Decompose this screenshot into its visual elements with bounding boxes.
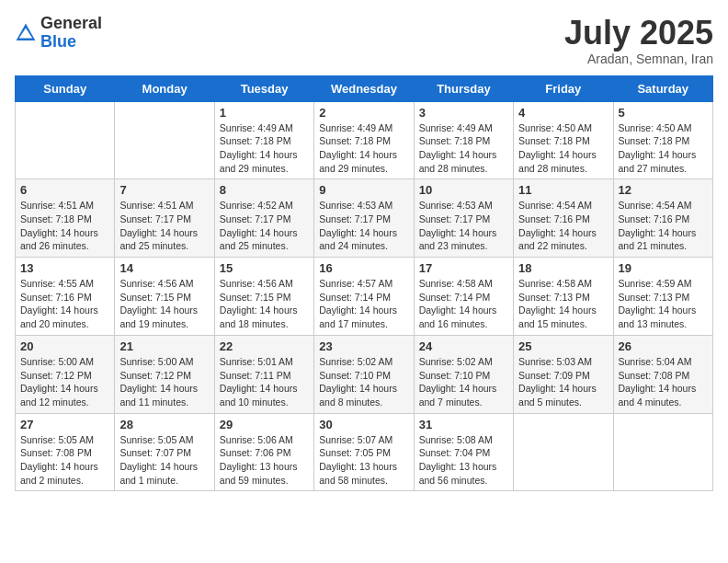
day-number: 22 <box>220 339 309 353</box>
col-wednesday: Wednesday <box>314 75 414 101</box>
day-detail: Sunrise: 5:05 AM Sunset: 7:08 PM Dayligh… <box>20 433 109 488</box>
day-detail: Sunrise: 4:53 AM Sunset: 7:17 PM Dayligh… <box>319 199 408 253</box>
table-row: 29Sunrise: 5:06 AM Sunset: 7:06 PM Dayli… <box>214 413 313 491</box>
location-subtitle: Aradan, Semnan, Iran <box>564 52 713 66</box>
table-row: 14Sunrise: 4:56 AM Sunset: 7:15 PM Dayli… <box>115 258 214 336</box>
table-row: 23Sunrise: 5:02 AM Sunset: 7:10 PM Dayli… <box>314 335 414 413</box>
day-detail: Sunrise: 4:54 AM Sunset: 7:16 PM Dayligh… <box>619 199 708 253</box>
table-row: 27Sunrise: 5:05 AM Sunset: 7:08 PM Dayli… <box>16 413 115 491</box>
calendar-week-1: 1Sunrise: 4:49 AM Sunset: 7:18 PM Daylig… <box>16 101 713 179</box>
day-number: 17 <box>419 261 508 275</box>
day-detail: Sunrise: 4:57 AM Sunset: 7:14 PM Dayligh… <box>319 277 408 331</box>
table-row: 22Sunrise: 5:01 AM Sunset: 7:11 PM Dayli… <box>214 335 313 413</box>
day-number: 16 <box>319 261 408 275</box>
table-row <box>514 413 613 491</box>
calendar-body: 1Sunrise: 4:49 AM Sunset: 7:18 PM Daylig… <box>16 101 713 491</box>
day-number: 8 <box>220 183 309 197</box>
day-detail: Sunrise: 5:06 AM Sunset: 7:06 PM Dayligh… <box>220 433 309 488</box>
table-row: 17Sunrise: 4:58 AM Sunset: 7:14 PM Dayli… <box>414 258 513 336</box>
table-row: 19Sunrise: 4:59 AM Sunset: 7:13 PM Dayli… <box>613 258 712 336</box>
day-number: 14 <box>119 261 209 275</box>
day-detail: Sunrise: 4:56 AM Sunset: 7:15 PM Dayligh… <box>220 277 309 331</box>
table-row: 26Sunrise: 5:04 AM Sunset: 7:08 PM Dayli… <box>613 335 712 413</box>
table-row: 5Sunrise: 4:50 AM Sunset: 7:18 PM Daylig… <box>613 101 712 179</box>
logo-general: General <box>40 14 102 32</box>
day-number: 15 <box>220 261 309 275</box>
col-saturday: Saturday <box>613 75 712 101</box>
table-row: 30Sunrise: 5:07 AM Sunset: 7:05 PM Dayli… <box>314 413 414 491</box>
logo-blue: Blue <box>40 32 76 51</box>
calendar-week-4: 20Sunrise: 5:00 AM Sunset: 7:12 PM Dayli… <box>16 335 713 413</box>
day-detail: Sunrise: 5:02 AM Sunset: 7:10 PM Dayligh… <box>419 355 508 409</box>
day-detail: Sunrise: 5:00 AM Sunset: 7:12 PM Dayligh… <box>20 355 109 409</box>
page-header: General Blue July 2025 Aradan, Semnan, I… <box>15 15 713 66</box>
logo: General Blue <box>15 15 102 52</box>
day-number: 4 <box>518 106 608 120</box>
day-number: 12 <box>619 183 708 197</box>
day-detail: Sunrise: 4:55 AM Sunset: 7:16 PM Dayligh… <box>20 277 109 331</box>
day-detail: Sunrise: 5:03 AM Sunset: 7:09 PM Dayligh… <box>518 355 608 409</box>
col-sunday: Sunday <box>16 75 115 101</box>
title-block: July 2025 Aradan, Semnan, Iran <box>564 15 713 66</box>
table-row: 16Sunrise: 4:57 AM Sunset: 7:14 PM Dayli… <box>314 258 414 336</box>
table-row: 3Sunrise: 4:49 AM Sunset: 7:18 PM Daylig… <box>414 101 513 179</box>
day-number: 6 <box>20 183 109 197</box>
day-detail: Sunrise: 4:49 AM Sunset: 7:18 PM Dayligh… <box>419 121 508 176</box>
day-detail: Sunrise: 4:59 AM Sunset: 7:13 PM Dayligh… <box>619 277 708 331</box>
day-number: 3 <box>419 106 508 120</box>
day-number: 9 <box>319 183 408 197</box>
day-detail: Sunrise: 4:58 AM Sunset: 7:13 PM Dayligh… <box>518 277 608 331</box>
day-number: 7 <box>119 183 209 197</box>
table-row <box>16 101 115 179</box>
day-number: 20 <box>20 339 109 353</box>
day-detail: Sunrise: 5:01 AM Sunset: 7:11 PM Dayligh… <box>220 355 309 409</box>
day-detail: Sunrise: 5:00 AM Sunset: 7:12 PM Dayligh… <box>119 355 209 409</box>
day-detail: Sunrise: 4:49 AM Sunset: 7:18 PM Dayligh… <box>220 121 309 176</box>
day-number: 11 <box>518 183 608 197</box>
day-number: 19 <box>619 261 708 275</box>
day-number: 25 <box>518 339 608 353</box>
table-row: 15Sunrise: 4:56 AM Sunset: 7:15 PM Dayli… <box>214 258 313 336</box>
day-detail: Sunrise: 4:54 AM Sunset: 7:16 PM Dayligh… <box>518 199 608 253</box>
day-detail: Sunrise: 5:07 AM Sunset: 7:05 PM Dayligh… <box>319 433 408 488</box>
day-number: 28 <box>119 418 209 431</box>
col-tuesday: Tuesday <box>214 75 313 101</box>
calendar-week-2: 6Sunrise: 4:51 AM Sunset: 7:18 PM Daylig… <box>16 179 713 258</box>
table-row: 10Sunrise: 4:53 AM Sunset: 7:17 PM Dayli… <box>414 179 513 258</box>
calendar-header: Sunday Monday Tuesday Wednesday Thursday… <box>16 75 713 101</box>
day-detail: Sunrise: 4:58 AM Sunset: 7:14 PM Dayligh… <box>419 277 508 331</box>
month-title: July 2025 <box>564 15 713 52</box>
table-row: 4Sunrise: 4:50 AM Sunset: 7:18 PM Daylig… <box>514 101 613 179</box>
day-detail: Sunrise: 5:02 AM Sunset: 7:10 PM Dayligh… <box>319 355 408 409</box>
day-number: 5 <box>619 106 708 120</box>
table-row: 24Sunrise: 5:02 AM Sunset: 7:10 PM Dayli… <box>414 335 513 413</box>
day-number: 18 <box>518 261 608 275</box>
table-row: 18Sunrise: 4:58 AM Sunset: 7:13 PM Dayli… <box>514 258 613 336</box>
table-row: 2Sunrise: 4:49 AM Sunset: 7:18 PM Daylig… <box>314 101 414 179</box>
day-number: 13 <box>20 261 109 275</box>
table-row: 9Sunrise: 4:53 AM Sunset: 7:17 PM Daylig… <box>314 179 414 258</box>
day-number: 2 <box>319 106 408 120</box>
logo-text: General Blue <box>40 15 102 52</box>
day-number: 23 <box>319 339 408 353</box>
day-detail: Sunrise: 5:08 AM Sunset: 7:04 PM Dayligh… <box>419 433 508 488</box>
table-row: 1Sunrise: 4:49 AM Sunset: 7:18 PM Daylig… <box>214 101 313 179</box>
day-number: 29 <box>220 418 309 431</box>
day-detail: Sunrise: 4:49 AM Sunset: 7:18 PM Dayligh… <box>319 121 408 176</box>
day-detail: Sunrise: 4:52 AM Sunset: 7:17 PM Dayligh… <box>220 199 309 253</box>
col-friday: Friday <box>514 75 613 101</box>
day-number: 31 <box>419 418 508 431</box>
table-row: 8Sunrise: 4:52 AM Sunset: 7:17 PM Daylig… <box>214 179 313 258</box>
table-row: 11Sunrise: 4:54 AM Sunset: 7:16 PM Dayli… <box>514 179 613 258</box>
day-number: 30 <box>319 418 408 431</box>
day-detail: Sunrise: 4:51 AM Sunset: 7:17 PM Dayligh… <box>119 199 209 253</box>
calendar-week-3: 13Sunrise: 4:55 AM Sunset: 7:16 PM Dayli… <box>16 258 713 336</box>
day-detail: Sunrise: 4:53 AM Sunset: 7:17 PM Dayligh… <box>419 199 508 253</box>
day-detail: Sunrise: 5:04 AM Sunset: 7:08 PM Dayligh… <box>619 355 708 409</box>
table-row: 7Sunrise: 4:51 AM Sunset: 7:17 PM Daylig… <box>115 179 214 258</box>
day-detail: Sunrise: 4:50 AM Sunset: 7:18 PM Dayligh… <box>619 121 708 176</box>
table-row: 28Sunrise: 5:05 AM Sunset: 7:07 PM Dayli… <box>115 413 214 491</box>
day-number: 1 <box>220 106 309 120</box>
col-thursday: Thursday <box>414 75 513 101</box>
table-row <box>613 413 712 491</box>
